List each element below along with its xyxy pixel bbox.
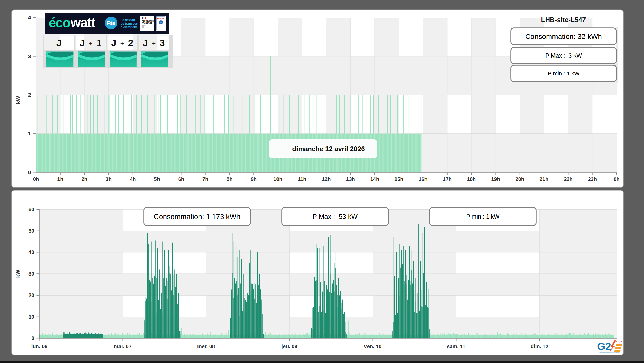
- svg-text:FRANCE: FRANCE: [615, 341, 622, 343]
- svg-text:G2: G2: [597, 340, 611, 352]
- svg-text:P min : 1 kW: P min : 1 kW: [548, 70, 580, 77]
- svg-text:10h: 10h: [273, 176, 282, 182]
- svg-text:d’électricité: d’électricité: [121, 25, 138, 29]
- svg-text:19h: 19h: [491, 176, 500, 182]
- svg-text:kW: kW: [15, 270, 21, 278]
- svg-text:sam. 11: sam. 11: [447, 344, 465, 349]
- svg-text:jeu. 09: jeu. 09: [281, 344, 297, 349]
- svg-text:P Max : 53 kW: P Max : 53 kW: [313, 213, 358, 220]
- svg-text:15h: 15h: [394, 176, 403, 182]
- svg-text:50: 50: [28, 228, 34, 234]
- svg-text:0: 0: [28, 170, 31, 175]
- svg-text:éco: éco: [49, 15, 70, 30]
- svg-text:3: 3: [160, 38, 165, 48]
- svg-text:+: +: [152, 40, 156, 47]
- svg-text:kW: kW: [15, 96, 21, 104]
- svg-text:4: 4: [28, 15, 31, 21]
- svg-text:mer. 08: mer. 08: [197, 344, 215, 349]
- svg-text:6h: 6h: [178, 176, 184, 182]
- svg-text:20: 20: [28, 292, 34, 298]
- svg-text:FRANÇAISE: FRANÇAISE: [142, 22, 152, 24]
- svg-text:J: J: [80, 38, 85, 48]
- svg-text:30: 30: [28, 271, 34, 277]
- svg-text:Consommation: 1 173 kWh: Consommation: 1 173 kWh: [154, 213, 241, 221]
- svg-text:Le réseau: Le réseau: [121, 18, 135, 22]
- svg-text:J: J: [143, 38, 148, 48]
- svg-text:Optimisation des ressources én: Optimisation des ressources énergétiques: [599, 352, 620, 353]
- svg-text:J: J: [56, 38, 62, 48]
- svg-text:16h: 16h: [419, 176, 427, 182]
- svg-text:dimanche 12 avril 2026: dimanche 12 avril 2026: [292, 145, 365, 153]
- svg-text:2: 2: [128, 38, 133, 48]
- svg-text:8h: 8h: [226, 176, 232, 182]
- svg-text:J: J: [111, 38, 116, 48]
- svg-text:2: 2: [28, 92, 31, 98]
- svg-text:22h: 22h: [564, 176, 572, 182]
- svg-text:lun. 06: lun. 06: [31, 344, 47, 349]
- svg-text:1: 1: [28, 131, 31, 136]
- svg-text:0h: 0h: [33, 176, 39, 182]
- svg-text:1h: 1h: [57, 176, 63, 182]
- svg-text:Consommation: 32 kWh: Consommation: 32 kWh: [525, 33, 602, 41]
- svg-text:14h: 14h: [370, 176, 379, 182]
- svg-text:P Max : 3 kW: P Max : 3 kW: [545, 52, 582, 59]
- svg-text:RÉPUBLIQUE: RÉPUBLIQUE: [142, 20, 154, 22]
- svg-text:17h: 17h: [443, 176, 452, 182]
- svg-text:ven. 10: ven. 10: [364, 344, 382, 349]
- svg-text:0: 0: [31, 335, 34, 341]
- svg-text:dim. 12: dim. 12: [531, 344, 548, 349]
- svg-text:18h: 18h: [467, 176, 476, 182]
- svg-text:20h: 20h: [516, 176, 524, 182]
- svg-text:0h: 0h: [613, 176, 619, 182]
- svg-text:12h: 12h: [322, 176, 331, 182]
- svg-text:mar. 07: mar. 07: [114, 344, 132, 349]
- svg-text:10: 10: [28, 314, 34, 320]
- svg-text:5h: 5h: [154, 176, 160, 182]
- svg-text:9h: 9h: [251, 176, 257, 182]
- svg-text:+: +: [120, 40, 124, 47]
- svg-text:watt: watt: [70, 15, 96, 30]
- svg-text:40: 40: [28, 249, 34, 255]
- svg-text:7h: 7h: [202, 176, 208, 182]
- svg-text:11h: 11h: [298, 176, 306, 182]
- svg-text:4h: 4h: [130, 176, 136, 182]
- svg-text:LHB-site-L547: LHB-site-L547: [541, 16, 586, 24]
- svg-text:+: +: [88, 40, 93, 47]
- svg-text:3: 3: [28, 54, 31, 59]
- svg-text:1: 1: [96, 38, 102, 48]
- svg-text:23h: 23h: [588, 176, 597, 182]
- svg-text:60: 60: [28, 207, 34, 212]
- svg-text:13h: 13h: [346, 176, 355, 182]
- svg-text:P min : 1 kW: P min : 1 kW: [466, 213, 500, 220]
- svg-text:21h: 21h: [540, 176, 548, 182]
- svg-text:2h: 2h: [81, 176, 87, 182]
- svg-text:de transport: de transport: [121, 22, 138, 25]
- svg-text:ADEME: ADEME: [157, 17, 165, 19]
- svg-text:3h: 3h: [106, 176, 112, 182]
